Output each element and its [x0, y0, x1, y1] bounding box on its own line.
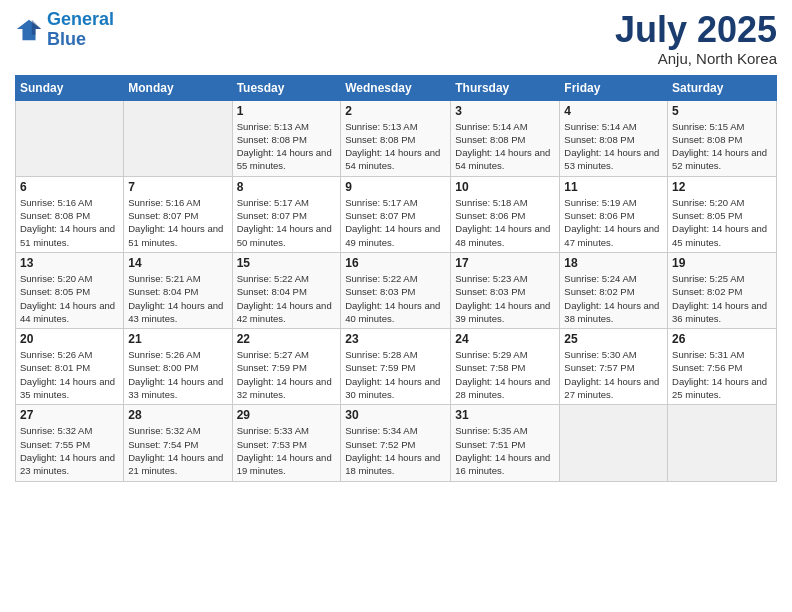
day-number: 7 — [128, 180, 227, 194]
calendar-cell-w3-d2: 14 Sunrise: 5:21 AMSunset: 8:04 PMDaylig… — [124, 252, 232, 328]
day-info: Sunrise: 5:32 AMSunset: 7:54 PMDaylight:… — [128, 424, 227, 477]
calendar-cell-w4-d6: 25 Sunrise: 5:30 AMSunset: 7:57 PMDaylig… — [560, 329, 668, 405]
day-number: 8 — [237, 180, 337, 194]
calendar-cell-w2-d3: 8 Sunrise: 5:17 AMSunset: 8:07 PMDayligh… — [232, 176, 341, 252]
header-monday: Monday — [124, 75, 232, 100]
calendar-cell-w1-d5: 3 Sunrise: 5:14 AMSunset: 8:08 PMDayligh… — [451, 100, 560, 176]
calendar-cell-w3-d3: 15 Sunrise: 5:22 AMSunset: 8:04 PMDaylig… — [232, 252, 341, 328]
header-tuesday: Tuesday — [232, 75, 341, 100]
week-row-3: 13 Sunrise: 5:20 AMSunset: 8:05 PMDaylig… — [16, 252, 777, 328]
day-number: 21 — [128, 332, 227, 346]
logo-icon — [15, 16, 43, 44]
header-sunday: Sunday — [16, 75, 124, 100]
calendar-cell-w4-d2: 21 Sunrise: 5:26 AMSunset: 8:00 PMDaylig… — [124, 329, 232, 405]
logo-line2: Blue — [47, 29, 86, 49]
day-number: 20 — [20, 332, 119, 346]
day-info: Sunrise: 5:22 AMSunset: 8:03 PMDaylight:… — [345, 272, 446, 325]
day-info: Sunrise: 5:17 AMSunset: 8:07 PMDaylight:… — [345, 196, 446, 249]
month-title: July 2025 — [615, 10, 777, 50]
day-number: 25 — [564, 332, 663, 346]
day-info: Sunrise: 5:14 AMSunset: 8:08 PMDaylight:… — [564, 120, 663, 173]
calendar-cell-w4-d1: 20 Sunrise: 5:26 AMSunset: 8:01 PMDaylig… — [16, 329, 124, 405]
day-number: 30 — [345, 408, 446, 422]
logo-line1: General — [47, 9, 114, 29]
calendar-cell-w5-d5: 31 Sunrise: 5:35 AMSunset: 7:51 PMDaylig… — [451, 405, 560, 481]
day-info: Sunrise: 5:28 AMSunset: 7:59 PMDaylight:… — [345, 348, 446, 401]
day-number: 19 — [672, 256, 772, 270]
calendar-cell-w5-d1: 27 Sunrise: 5:32 AMSunset: 7:55 PMDaylig… — [16, 405, 124, 481]
calendar-table: Sunday Monday Tuesday Wednesday Thursday… — [15, 75, 777, 482]
location-title: Anju, North Korea — [615, 50, 777, 67]
logo-text: General Blue — [47, 10, 114, 50]
day-info: Sunrise: 5:23 AMSunset: 8:03 PMDaylight:… — [455, 272, 555, 325]
day-info: Sunrise: 5:14 AMSunset: 8:08 PMDaylight:… — [455, 120, 555, 173]
day-number: 9 — [345, 180, 446, 194]
calendar-cell-w3-d4: 16 Sunrise: 5:22 AMSunset: 8:03 PMDaylig… — [341, 252, 451, 328]
day-number: 10 — [455, 180, 555, 194]
day-info: Sunrise: 5:19 AMSunset: 8:06 PMDaylight:… — [564, 196, 663, 249]
calendar-cell-w3-d6: 18 Sunrise: 5:24 AMSunset: 8:02 PMDaylig… — [560, 252, 668, 328]
day-info: Sunrise: 5:16 AMSunset: 8:08 PMDaylight:… — [20, 196, 119, 249]
week-row-5: 27 Sunrise: 5:32 AMSunset: 7:55 PMDaylig… — [16, 405, 777, 481]
svg-marker-0 — [17, 20, 41, 41]
day-number: 15 — [237, 256, 337, 270]
day-number: 29 — [237, 408, 337, 422]
day-info: Sunrise: 5:26 AMSunset: 8:01 PMDaylight:… — [20, 348, 119, 401]
calendar-cell-w4-d3: 22 Sunrise: 5:27 AMSunset: 7:59 PMDaylig… — [232, 329, 341, 405]
calendar-cell-w3-d1: 13 Sunrise: 5:20 AMSunset: 8:05 PMDaylig… — [16, 252, 124, 328]
calendar-cell-w1-d6: 4 Sunrise: 5:14 AMSunset: 8:08 PMDayligh… — [560, 100, 668, 176]
header-wednesday: Wednesday — [341, 75, 451, 100]
calendar-cell-w5-d4: 30 Sunrise: 5:34 AMSunset: 7:52 PMDaylig… — [341, 405, 451, 481]
calendar-cell-w2-d4: 9 Sunrise: 5:17 AMSunset: 8:07 PMDayligh… — [341, 176, 451, 252]
day-info: Sunrise: 5:13 AMSunset: 8:08 PMDaylight:… — [345, 120, 446, 173]
day-info: Sunrise: 5:25 AMSunset: 8:02 PMDaylight:… — [672, 272, 772, 325]
week-row-2: 6 Sunrise: 5:16 AMSunset: 8:08 PMDayligh… — [16, 176, 777, 252]
day-info: Sunrise: 5:32 AMSunset: 7:55 PMDaylight:… — [20, 424, 119, 477]
title-block: July 2025 Anju, North Korea — [615, 10, 777, 67]
calendar-cell-w5-d6 — [560, 405, 668, 481]
calendar-cell-w4-d5: 24 Sunrise: 5:29 AMSunset: 7:58 PMDaylig… — [451, 329, 560, 405]
day-number: 13 — [20, 256, 119, 270]
day-number: 5 — [672, 104, 772, 118]
logo: General Blue — [15, 10, 114, 50]
week-row-1: 1 Sunrise: 5:13 AMSunset: 8:08 PMDayligh… — [16, 100, 777, 176]
day-number: 6 — [20, 180, 119, 194]
calendar-cell-w3-d7: 19 Sunrise: 5:25 AMSunset: 8:02 PMDaylig… — [668, 252, 777, 328]
calendar-cell-w4-d7: 26 Sunrise: 5:31 AMSunset: 7:56 PMDaylig… — [668, 329, 777, 405]
day-info: Sunrise: 5:13 AMSunset: 8:08 PMDaylight:… — [237, 120, 337, 173]
day-info: Sunrise: 5:17 AMSunset: 8:07 PMDaylight:… — [237, 196, 337, 249]
day-info: Sunrise: 5:26 AMSunset: 8:00 PMDaylight:… — [128, 348, 227, 401]
day-info: Sunrise: 5:21 AMSunset: 8:04 PMDaylight:… — [128, 272, 227, 325]
day-info: Sunrise: 5:34 AMSunset: 7:52 PMDaylight:… — [345, 424, 446, 477]
calendar-cell-w2-d2: 7 Sunrise: 5:16 AMSunset: 8:07 PMDayligh… — [124, 176, 232, 252]
day-info: Sunrise: 5:33 AMSunset: 7:53 PMDaylight:… — [237, 424, 337, 477]
day-number: 12 — [672, 180, 772, 194]
day-info: Sunrise: 5:31 AMSunset: 7:56 PMDaylight:… — [672, 348, 772, 401]
calendar-cell-w5-d3: 29 Sunrise: 5:33 AMSunset: 7:53 PMDaylig… — [232, 405, 341, 481]
day-number: 28 — [128, 408, 227, 422]
day-number: 22 — [237, 332, 337, 346]
page: General Blue July 2025 Anju, North Korea… — [0, 0, 792, 612]
svg-marker-1 — [32, 20, 41, 35]
day-number: 26 — [672, 332, 772, 346]
day-info: Sunrise: 5:24 AMSunset: 8:02 PMDaylight:… — [564, 272, 663, 325]
calendar-cell-w5-d2: 28 Sunrise: 5:32 AMSunset: 7:54 PMDaylig… — [124, 405, 232, 481]
day-number: 11 — [564, 180, 663, 194]
calendar-header-row: Sunday Monday Tuesday Wednesday Thursday… — [16, 75, 777, 100]
day-info: Sunrise: 5:18 AMSunset: 8:06 PMDaylight:… — [455, 196, 555, 249]
day-number: 18 — [564, 256, 663, 270]
day-info: Sunrise: 5:30 AMSunset: 7:57 PMDaylight:… — [564, 348, 663, 401]
day-number: 2 — [345, 104, 446, 118]
day-info: Sunrise: 5:20 AMSunset: 8:05 PMDaylight:… — [20, 272, 119, 325]
header-friday: Friday — [560, 75, 668, 100]
day-info: Sunrise: 5:27 AMSunset: 7:59 PMDaylight:… — [237, 348, 337, 401]
day-info: Sunrise: 5:20 AMSunset: 8:05 PMDaylight:… — [672, 196, 772, 249]
header: General Blue July 2025 Anju, North Korea — [15, 10, 777, 67]
day-info: Sunrise: 5:22 AMSunset: 8:04 PMDaylight:… — [237, 272, 337, 325]
day-info: Sunrise: 5:29 AMSunset: 7:58 PMDaylight:… — [455, 348, 555, 401]
calendar-cell-w5-d7 — [668, 405, 777, 481]
day-number: 24 — [455, 332, 555, 346]
day-number: 31 — [455, 408, 555, 422]
day-number: 4 — [564, 104, 663, 118]
calendar-cell-w2-d5: 10 Sunrise: 5:18 AMSunset: 8:06 PMDaylig… — [451, 176, 560, 252]
